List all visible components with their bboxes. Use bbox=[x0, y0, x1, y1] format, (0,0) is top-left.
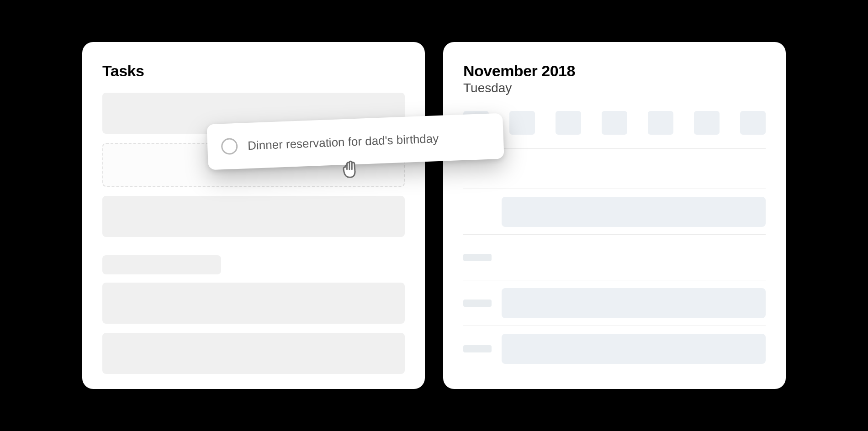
calendar-panel: November 2018 Tuesday bbox=[443, 42, 786, 389]
weekday-header-row bbox=[463, 111, 766, 135]
time-slot-row[interactable] bbox=[463, 326, 766, 371]
time-slot-row[interactable] bbox=[463, 189, 766, 234]
calendar-event-placeholder[interactable] bbox=[502, 197, 766, 227]
time-label-placeholder bbox=[463, 300, 492, 307]
time-slot-row[interactable] bbox=[463, 148, 766, 189]
weekday-cell[interactable] bbox=[602, 111, 627, 135]
calendar-day-name: Tuesday bbox=[463, 81, 766, 95]
calendar-event-placeholder[interactable] bbox=[502, 288, 766, 318]
weekday-cell[interactable] bbox=[740, 111, 766, 135]
weekday-cell[interactable] bbox=[509, 111, 535, 135]
task-section-label-placeholder bbox=[102, 255, 221, 274]
weekday-cell[interactable] bbox=[694, 111, 720, 135]
weekday-cell[interactable] bbox=[556, 111, 581, 135]
time-label-placeholder bbox=[463, 254, 492, 261]
task-item-placeholder[interactable] bbox=[102, 283, 405, 324]
dragging-task-label: Dinner reservation for dad's birthday bbox=[248, 131, 439, 153]
calendar-month-year: November 2018 bbox=[463, 62, 766, 80]
tasks-panel: Tasks bbox=[82, 42, 425, 389]
tasks-title: Tasks bbox=[102, 62, 405, 80]
calendar-event-placeholder[interactable] bbox=[502, 334, 766, 364]
task-checkbox[interactable] bbox=[221, 138, 238, 155]
task-item-placeholder[interactable] bbox=[102, 196, 405, 237]
weekday-cell[interactable] bbox=[648, 111, 673, 135]
grab-cursor-icon bbox=[338, 158, 362, 181]
time-slot-row[interactable] bbox=[463, 280, 766, 326]
task-item-placeholder[interactable] bbox=[102, 333, 405, 374]
time-label-placeholder bbox=[463, 345, 492, 352]
time-slot-row[interactable] bbox=[463, 234, 766, 280]
